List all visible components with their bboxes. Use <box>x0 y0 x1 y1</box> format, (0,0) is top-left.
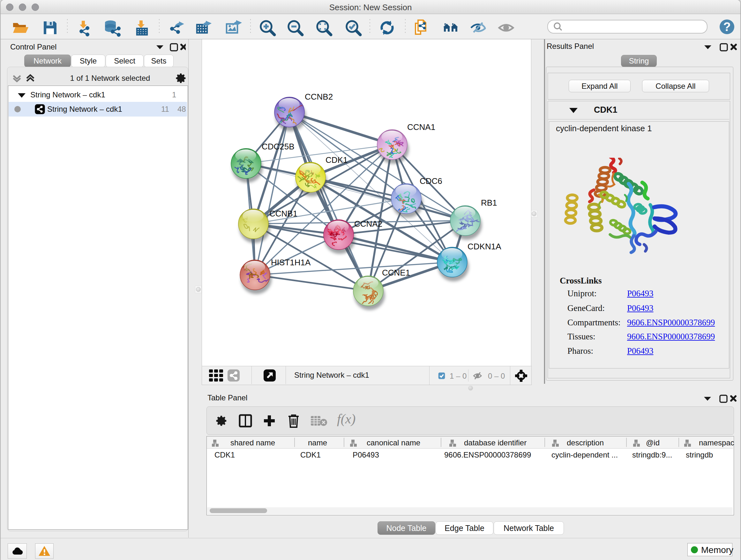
svg-text:CDC6: CDC6 <box>420 176 442 186</box>
svg-text:?: ? <box>723 20 731 34</box>
svg-text:CCNB1: CCNB1 <box>269 209 297 219</box>
svg-text:CCNE1: CCNE1 <box>382 268 410 277</box>
svg-text:HIST1H1A: HIST1H1A <box>271 258 311 267</box>
svg-text:CDKN1A: CDKN1A <box>468 242 501 251</box>
svg-text:CCNB2: CCNB2 <box>305 92 333 102</box>
svg-text:CDC25B: CDC25B <box>262 142 294 151</box>
svg-text:CCNA1: CCNA1 <box>407 122 435 132</box>
svg-text:CCNA2: CCNA2 <box>354 219 382 229</box>
svg-text:CDK1: CDK1 <box>326 155 347 165</box>
svg-text:RB1: RB1 <box>481 198 497 207</box>
